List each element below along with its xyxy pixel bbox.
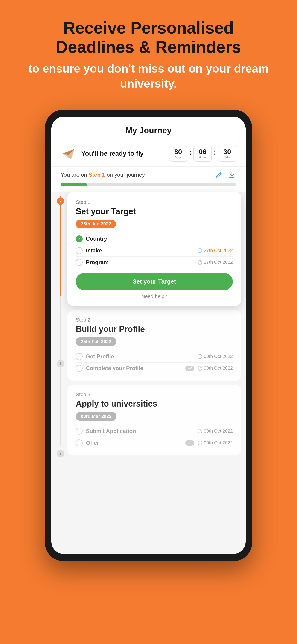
complete-profile-label: Complete your Profile: [86, 365, 180, 372]
hours-value: 06: [199, 148, 206, 156]
complete-profile-check: [76, 365, 83, 372]
step-info-text: You are on Step 1 on your journey: [60, 172, 145, 178]
screen-header: My Journey: [51, 116, 246, 141]
get-profile-deadline: 🕐 00th Oct 2022: [197, 354, 233, 359]
offer-item: Offer +1 🕐 00th Oct 2022: [76, 437, 233, 449]
hours-label: Hours: [199, 156, 207, 159]
countdown: 80 Days : 06 Hours : 30 Min: [169, 146, 236, 162]
days-value: 80: [174, 148, 182, 156]
intake-check: [76, 247, 83, 254]
complete-profile-deadline: 🕐 00th Oct 2022: [197, 366, 233, 371]
intake-label: Intake: [86, 247, 194, 254]
step2-title: Build your Profile: [76, 324, 233, 334]
step1-indicator: ✓: [57, 198, 64, 205]
set-target-button[interactable]: Set your Target: [76, 273, 233, 290]
progress-bar-bg: [60, 183, 236, 186]
program-item: Program 🕐 27th Oct 2022: [76, 256, 233, 268]
hero-title: Receive Personalised Deadlines & Reminde…: [18, 18, 278, 57]
step1-card: Step 1 Set your Target 25th Jan 2022 ✓ C…: [68, 192, 241, 306]
min-label: Min: [225, 156, 230, 159]
sep2: :: [214, 148, 216, 156]
offer-plus: +1: [185, 440, 194, 446]
step2-card: Step 2 Build your Profile 25th Feb 2022 …: [68, 310, 241, 380]
program-check: [76, 259, 83, 266]
min-value: 30: [223, 148, 231, 156]
clock-icon6: 🕐: [197, 440, 202, 446]
step3-card: Step 3 Apply to universities 03rd Mar 20…: [68, 385, 241, 455]
clock-icon5: 🕐: [197, 429, 202, 434]
country-label: Country: [86, 236, 233, 242]
steps-container: ✓ Step 1 Set your Target 25th Jan 2022 ✓…: [51, 192, 246, 469]
step-highlight: Step 1: [89, 172, 105, 178]
plane-icon: [60, 146, 77, 162]
submit-app-deadline: 🕐 00th Oct 2022: [197, 428, 233, 434]
phone-screen: My Journey You'll be ready to fly 80 Day…: [51, 116, 246, 554]
complete-profile-item: Complete your Profile +2 🕐 00th Oct 2022: [76, 362, 233, 374]
intake-item: Intake 🕐 27th Oct 2022: [76, 245, 233, 256]
offer-label: Offer: [86, 440, 180, 446]
offer-deadline: 🕐 00th Oct 2022: [197, 440, 233, 446]
screen-title: My Journey: [60, 126, 236, 136]
days-label: Days: [175, 156, 182, 159]
progress-row: [51, 181, 246, 192]
step3-date-badge: 03rd Mar 2022: [76, 412, 116, 421]
submit-app-item: Submit Application 🕐 00th Oct 2022: [76, 426, 233, 437]
clock-icon4: 🕐: [197, 366, 202, 371]
hours-box: 06 Hours: [194, 146, 212, 162]
get-profile-label: Get Profile: [86, 353, 194, 360]
ready-text: You'll be ready to fly: [81, 150, 164, 157]
action-icons: [214, 170, 236, 180]
step3-title: Apply to universities: [76, 399, 233, 408]
step2-indicator: 2: [57, 360, 64, 367]
country-item: ✓ Country: [76, 233, 233, 245]
intake-deadline: 🕐 27th Oct 2022: [197, 248, 233, 253]
program-deadline: 🕐 27th Oct 2022: [197, 260, 233, 265]
step2-date-badge: 25th Feb 2022: [76, 337, 116, 346]
download-icon[interactable]: [227, 170, 236, 180]
step1-date-badge: 25th Jan 2022: [76, 220, 116, 228]
submit-app-check: [76, 428, 83, 435]
program-label: Program: [86, 259, 194, 266]
get-profile-item: Get Profile 🕐 00th Oct 2022: [76, 351, 233, 362]
progress-bar-fill: [60, 183, 87, 186]
phone-mockup: My Journey You'll be ready to fly 80 Day…: [45, 110, 252, 561]
sep1: :: [189, 148, 192, 156]
submit-app-label: Submit Application: [86, 428, 194, 434]
clock-icon2: 🕐: [197, 260, 202, 265]
step3-indicator: 3: [57, 450, 64, 457]
offer-check: [76, 440, 83, 446]
step1-title: Set your Target: [76, 206, 233, 216]
svg-line-3: [220, 173, 221, 174]
ready-row: You'll be ready to fly 80 Days : 06 Hour…: [51, 141, 246, 166]
step-info-row: You are on Step 1 on your journey: [51, 166, 246, 181]
clock-icon1: 🕐: [197, 248, 202, 253]
min-box: 30 Min: [218, 146, 236, 162]
get-profile-check: [76, 353, 83, 360]
clock-icon3: 🕐: [197, 354, 202, 359]
days-box: 80 Days: [169, 146, 188, 162]
step2-label: Step 2: [76, 317, 233, 323]
hero-section: Receive Personalised Deadlines & Reminde…: [0, 18, 297, 91]
edit-icon[interactable]: [214, 170, 224, 180]
country-check: ✓: [76, 236, 83, 242]
need-help-text[interactable]: Need help?: [76, 294, 233, 300]
hero-subtitle: to ensure you don't miss out on your dre…: [18, 61, 278, 91]
complete-profile-plus: +2: [185, 366, 194, 371]
step3-label: Step 3: [76, 392, 233, 398]
step1-label: Step 1: [76, 199, 233, 205]
